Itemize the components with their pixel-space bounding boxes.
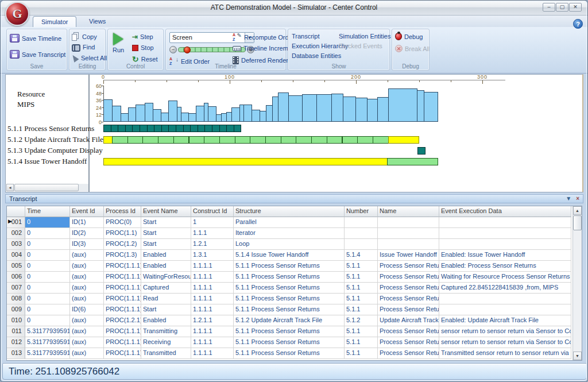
table-cell[interactable]: Loop xyxy=(234,239,345,250)
table-row[interactable]: 0125.31177939591501(aux)PROC(1.1.1)Recei… xyxy=(7,337,582,348)
show-simulation-entities-button[interactable]: Simulation Entities xyxy=(339,33,391,40)
row-marker[interactable]: 006 xyxy=(7,272,25,283)
table-cell[interactable]: 5.1.1 xyxy=(345,283,378,294)
save-transcript-button[interactable]: Save Transcript xyxy=(10,50,65,59)
table-cell[interactable]: PROC(1.1) xyxy=(104,228,141,239)
table-cell[interactable]: (aux) xyxy=(70,326,104,337)
table-cell[interactable]: (aux) xyxy=(70,261,104,272)
row-marker[interactable]: 002 xyxy=(7,228,25,239)
minimize-button[interactable]: – xyxy=(543,3,555,11)
table-cell[interactable]: 1.1.1.1 xyxy=(191,326,234,337)
table-cell[interactable]: 5.1.1 Process Sensor Returns xyxy=(234,326,345,337)
table-cell[interactable]: 0 xyxy=(25,239,70,250)
stop-button[interactable]: Stop xyxy=(132,44,154,51)
show-transcript-button[interactable]: Transcript xyxy=(292,33,320,40)
table-cell[interactable]: Update Aircraft Track File xyxy=(378,315,439,326)
table-cell[interactable] xyxy=(439,304,571,315)
row-marker[interactable]: 008 xyxy=(7,294,25,304)
reset-button[interactable]: ↻ Reset xyxy=(132,56,157,63)
table-cell[interactable]: 1.1.1.1 xyxy=(191,348,234,359)
table-cell[interactable]: 5.1.1 xyxy=(345,272,378,283)
table-cell[interactable] xyxy=(345,217,378,228)
select-all-button[interactable]: Select All xyxy=(72,55,107,61)
table-cell[interactable]: 5.1.1 xyxy=(345,326,378,337)
table-cell[interactable]: (aux) xyxy=(70,315,104,326)
table-cell[interactable]: 5.1.1 Process Sensor Returns xyxy=(234,294,345,304)
table-cell[interactable]: 5.1.4 Issue Tower Handoff xyxy=(234,250,345,261)
show-database-entities-button[interactable]: Database Entities xyxy=(292,52,341,59)
table-cell[interactable]: 5.1.4 xyxy=(345,250,378,261)
table-cell[interactable]: 5.1.1 Process Sensor Returns xyxy=(234,304,345,315)
column-header[interactable]: Name xyxy=(378,206,439,217)
table-cell[interactable]: 0 xyxy=(25,315,70,326)
table-cell[interactable]: ID(2) xyxy=(70,228,104,239)
table-cell[interactable] xyxy=(439,217,571,228)
table-row[interactable]: 0100(aux)PROC(1.2.1)Enabled1.2.1.15.1.2 … xyxy=(7,315,582,326)
table-cell[interactable] xyxy=(378,228,439,239)
scroll-down-icon[interactable]: ▼ xyxy=(573,352,582,360)
table-cell[interactable]: 5.31177939591501 xyxy=(25,337,70,348)
table-cell[interactable]: PROC(1.1.1) xyxy=(104,304,141,315)
table-cell[interactable]: 0 xyxy=(25,283,70,294)
table-cell[interactable]: Enabled: Process Sensor Returns xyxy=(439,261,571,272)
table-cell[interactable]: 1.1.1.1 xyxy=(191,304,234,315)
table-cell[interactable]: PROC(1.1.1) xyxy=(104,283,141,294)
column-header[interactable]: Structure xyxy=(234,206,345,217)
table-row[interactable]: 0135.31177939591501(aux)PROC(1.1.1)Trans… xyxy=(7,348,582,359)
debug-button[interactable]: Debug xyxy=(395,33,423,40)
slider-handle[interactable] xyxy=(184,47,191,53)
column-header[interactable]: Event Id xyxy=(70,206,104,217)
table-cell[interactable]: sensor return to sensor return via Senso… xyxy=(439,337,571,348)
app-logo-icon[interactable]: G xyxy=(5,2,29,26)
row-marker[interactable]: 013 xyxy=(7,348,25,359)
scroll-thumb[interactable] xyxy=(14,184,79,191)
table-cell[interactable]: Enabled xyxy=(141,315,191,326)
column-header[interactable]: Construct Id xyxy=(191,206,234,217)
table-cell[interactable]: 5.1.1 Process Sensor Returns xyxy=(234,337,345,348)
scroll-up-icon[interactable]: ▲ xyxy=(573,206,582,215)
table-cell[interactable]: Captured 22.8451228415839 ,from, MIPS xyxy=(439,283,571,294)
table-cell[interactable]: Process Sensor Returns xyxy=(378,294,439,304)
table-row[interactable]: 001▶0ID(1)PROC(0)Start1Parallel xyxy=(7,217,582,228)
table-cell[interactable]: 0 xyxy=(25,304,70,315)
table-cell[interactable]: PROC(1.1.1) xyxy=(104,272,141,283)
table-cell[interactable]: Captured xyxy=(141,283,191,294)
table-row[interactable]: 0090ID(6)PROC(1.1.1)Start1.1.1.15.1.1 Pr… xyxy=(7,304,582,315)
table-cell[interactable]: Enabled: Update Aircraft Track File xyxy=(439,315,571,326)
table-cell[interactable]: 0 xyxy=(25,228,70,239)
table-cell[interactable]: 0 xyxy=(25,217,70,228)
table-cell[interactable]: PROC(1.1.1) xyxy=(104,326,141,337)
table-cell[interactable]: 0 xyxy=(25,272,70,283)
table-cell[interactable]: 1 xyxy=(191,217,234,228)
column-header[interactable]: Time xyxy=(25,206,70,217)
copy-button[interactable]: Copy xyxy=(72,33,97,41)
column-header[interactable] xyxy=(7,206,25,217)
table-cell[interactable]: PROC(1.1.1) xyxy=(104,294,141,304)
row-marker[interactable]: 011 xyxy=(7,326,25,337)
timeline-horizontal-scrollbar[interactable]: ◄ xyxy=(6,184,88,191)
table-cell[interactable]: Enabled xyxy=(141,261,191,272)
table-row[interactable]: 0040(aux)PROC(1.3)Enabled1.3.15.1.4 Issu… xyxy=(7,250,582,261)
table-cell[interactable]: Waiting for Resource Process Sensor Retu… xyxy=(439,272,571,283)
close-panel-icon[interactable]: × xyxy=(576,195,579,202)
column-header[interactable]: Event Execution Data xyxy=(439,206,571,217)
table-cell[interactable]: PROC(1.1.1) xyxy=(104,348,141,359)
table-cell[interactable]: PROC(1.2.1) xyxy=(104,315,141,326)
scroll-left-icon[interactable]: ◄ xyxy=(6,184,14,191)
recompute-order-button[interactable]: AZ✎ Recompute Order xyxy=(233,33,294,42)
row-marker[interactable]: 012 xyxy=(7,337,25,348)
column-header[interactable]: Event Name xyxy=(141,206,191,217)
table-cell[interactable]: PROC(1.3) xyxy=(104,250,141,261)
table-cell[interactable]: 5.1.1 Process Sensor Returns xyxy=(234,261,345,272)
row-marker[interactable]: 009 xyxy=(7,304,25,315)
table-cell[interactable]: 1.3.1 xyxy=(191,250,234,261)
table-cell[interactable]: Start xyxy=(141,304,191,315)
table-cell[interactable]: 1.1.1.1 xyxy=(191,261,234,272)
table-cell[interactable]: Process Sensor Returns xyxy=(378,261,439,272)
table-cell[interactable]: Start xyxy=(141,217,191,228)
table-cell[interactable] xyxy=(439,239,571,250)
table-cell[interactable]: 1.2.1.1 xyxy=(191,315,234,326)
table-cell[interactable]: 5.1.2 Update Aircraft Track File xyxy=(234,315,345,326)
table-row[interactable]: 0080(aux)PROC(1.1.1)Read1.1.1.15.1.1 Pro… xyxy=(7,294,582,304)
table-cell[interactable]: PROC(1.1.1) xyxy=(104,337,141,348)
